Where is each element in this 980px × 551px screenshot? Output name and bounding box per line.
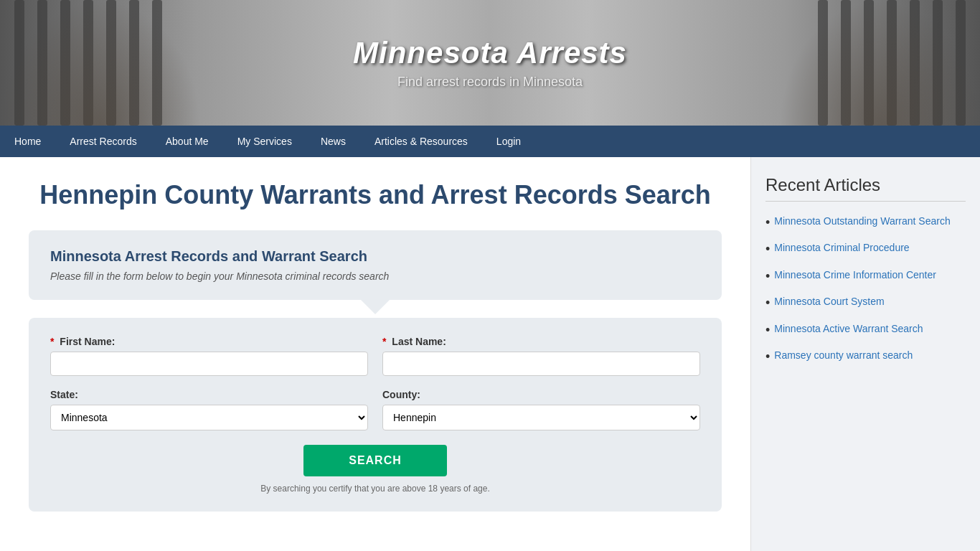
search-box-title: Minnesota Arrest Records and Warrant Sea…: [50, 248, 700, 265]
triangle-pointer: [361, 300, 390, 314]
county-group: County: Hennepin: [382, 389, 700, 430]
site-title: Minnesota Arrests: [353, 36, 627, 70]
site-header: Minnesota Arrests Find arrest records in…: [0, 0, 980, 126]
nav-login[interactable]: Login: [482, 126, 535, 157]
article-link-3[interactable]: Minnesota Court System: [774, 295, 884, 309]
nav-arrest-records[interactable]: Arrest Records: [55, 126, 151, 157]
state-group: State: Minnesota: [50, 389, 368, 430]
state-label: State:: [50, 389, 368, 400]
sidebar-title: Recent Articles: [765, 175, 966, 202]
bullet-icon: •: [765, 241, 770, 258]
bullet-icon: •: [765, 322, 770, 339]
nav-home[interactable]: Home: [0, 126, 55, 157]
search-box-subtitle: Please fill in the form below to begin y…: [50, 270, 700, 282]
nav-about-me[interactable]: About Me: [151, 126, 223, 157]
hands-left-overlay: [0, 0, 201, 126]
last-name-label: * Last Name:: [382, 336, 700, 347]
bullet-icon: •: [765, 295, 770, 311]
header-content: Minnesota Arrests Find arrest records in…: [353, 36, 627, 90]
nav-news[interactable]: News: [306, 126, 360, 157]
list-item: • Minnesota Active Warrant Search: [765, 322, 966, 339]
nav-articles-resources[interactable]: Articles & Resources: [360, 126, 482, 157]
form-disclaimer: By searching you certify that you are ab…: [50, 484, 700, 494]
search-button[interactable]: SEARCH: [303, 445, 447, 476]
article-link-1[interactable]: Minnesota Criminal Procedure: [774, 241, 909, 255]
article-link-5[interactable]: Ramsey county warrant search: [774, 349, 913, 363]
county-select[interactable]: Hennepin: [382, 405, 700, 430]
list-item: • Minnesota Outstanding Warrant Search: [765, 215, 966, 231]
county-label: County:: [382, 389, 700, 400]
search-info-box: Minnesota Arrest Records and Warrant Sea…: [29, 230, 722, 300]
bullet-icon: •: [765, 268, 770, 285]
list-item: • Minnesota Crime Information Center: [765, 268, 966, 285]
article-link-0[interactable]: Minnesota Outstanding Warrant Search: [774, 215, 950, 229]
main-content: Hennepin County Warrants and Arrest Reco…: [0, 157, 750, 551]
list-item: • Minnesota Court System: [765, 295, 966, 311]
first-name-input[interactable]: [50, 352, 368, 376]
first-name-label: * First Name:: [50, 336, 368, 347]
list-item: • Minnesota Criminal Procedure: [765, 241, 966, 258]
nav-my-services[interactable]: My Services: [223, 126, 306, 157]
last-name-group: * Last Name:: [382, 336, 700, 376]
last-name-input[interactable]: [382, 352, 700, 376]
state-select[interactable]: Minnesota: [50, 405, 368, 430]
page-title: Hennepin County Warrants and Arrest Reco…: [29, 179, 722, 212]
article-link-4[interactable]: Minnesota Active Warrant Search: [774, 322, 923, 336]
bullet-icon: •: [765, 215, 770, 231]
required-star-last: *: [382, 336, 386, 347]
required-star-first: *: [50, 336, 54, 347]
hands-right-overlay: [779, 0, 980, 126]
recent-articles-list: • Minnesota Outstanding Warrant Search •…: [765, 215, 966, 365]
name-row: * First Name: * Last Name:: [50, 336, 700, 376]
location-row: State: Minnesota County: Hennepin: [50, 389, 700, 430]
main-wrapper: Hennepin County Warrants and Arrest Reco…: [0, 157, 980, 551]
sidebar: Recent Articles • Minnesota Outstanding …: [750, 157, 980, 551]
form-container: * First Name: * Last Name: State:: [29, 318, 722, 512]
first-name-group: * First Name:: [50, 336, 368, 376]
bullet-icon: •: [765, 349, 770, 365]
article-link-2[interactable]: Minnesota Crime Information Center: [774, 268, 936, 283]
list-item: • Ramsey county warrant search: [765, 349, 966, 365]
main-nav: Home Arrest Records About Me My Services…: [0, 126, 980, 157]
site-subtitle: Find arrest records in Minnesota: [353, 75, 627, 90]
